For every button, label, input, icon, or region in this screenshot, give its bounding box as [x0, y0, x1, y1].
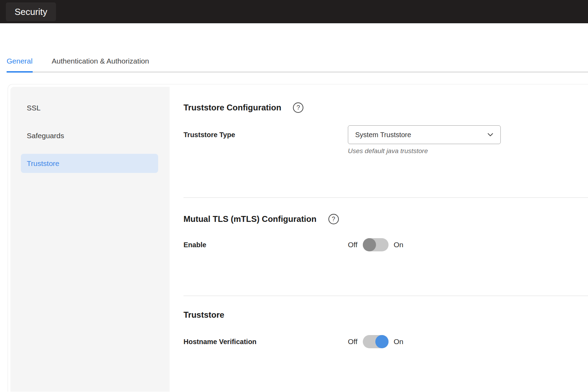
toggle-knob: [375, 335, 389, 348]
sidebar-item-safeguards[interactable]: Safeguards: [21, 126, 158, 145]
section-header: Truststore Configuration ?: [183, 102, 588, 113]
toggle-knob: [363, 238, 376, 251]
field-label: Enable: [183, 238, 348, 251]
field-truststore-type: Truststore Type System Truststore Uses d…: [183, 125, 588, 155]
hostname-verification-toggle[interactable]: [363, 335, 389, 348]
field-label: Hostname Verification: [183, 335, 348, 348]
toggle-on-label: On: [394, 337, 403, 346]
chevron-down-icon: [486, 130, 495, 139]
toggle-on-label: On: [394, 241, 403, 249]
section-title: Mutual TLS (mTLS) Configuration: [183, 214, 317, 224]
section-mtls-configuration: Mutual TLS (mTLS) Configuration ? Enable…: [183, 198, 588, 296]
field-control: System Truststore Uses default java trus…: [348, 125, 501, 155]
section-title: Truststore: [183, 310, 224, 320]
mtls-enable-toggle-group: Off On: [348, 238, 403, 251]
section-truststore-configuration: Truststore Configuration ? Truststore Ty…: [183, 84, 588, 198]
section-header: Truststore: [183, 310, 588, 320]
mtls-enable-toggle[interactable]: [363, 238, 389, 251]
content-panel: SSL Safeguards Truststore Truststore Con…: [8, 84, 588, 392]
tab-authentication-authorization[interactable]: Authentication & Authorization: [52, 56, 149, 72]
question-mark-glyph: ?: [296, 104, 300, 111]
page-title: Security: [6, 2, 56, 21]
field-hostname-verification: Hostname Verification Off On: [183, 335, 588, 348]
truststore-type-select[interactable]: System Truststore: [348, 125, 501, 144]
sidebar-item-ssl[interactable]: SSL: [21, 98, 158, 117]
field-label: Truststore Type: [183, 125, 348, 144]
selected-value: System Truststore: [355, 131, 411, 139]
settings-sidebar: SSL Safeguards Truststore: [10, 87, 170, 392]
help-icon[interactable]: ?: [328, 214, 339, 224]
tab-bar: General Authentication & Authorization: [7, 56, 588, 73]
field-helper-text: Uses default java truststore: [348, 147, 501, 155]
section-title: Truststore Configuration: [183, 103, 281, 112]
section-truststore: Truststore Hostname Verification Off On: [183, 296, 588, 348]
help-icon[interactable]: ?: [293, 102, 303, 113]
section-header: Mutual TLS (mTLS) Configuration ?: [183, 214, 588, 224]
toggle-off-label: Off: [348, 337, 358, 346]
sidebar-item-truststore[interactable]: Truststore: [21, 154, 158, 173]
settings-main: Truststore Configuration ? Truststore Ty…: [170, 84, 588, 392]
tab-general[interactable]: General: [7, 56, 33, 73]
question-mark-glyph: ?: [332, 216, 335, 223]
toggle-off-label: Off: [348, 241, 358, 249]
top-bar: Security: [0, 0, 588, 23]
field-mtls-enable: Enable Off On: [183, 238, 588, 251]
hostname-verification-toggle-group: Off On: [348, 335, 403, 348]
